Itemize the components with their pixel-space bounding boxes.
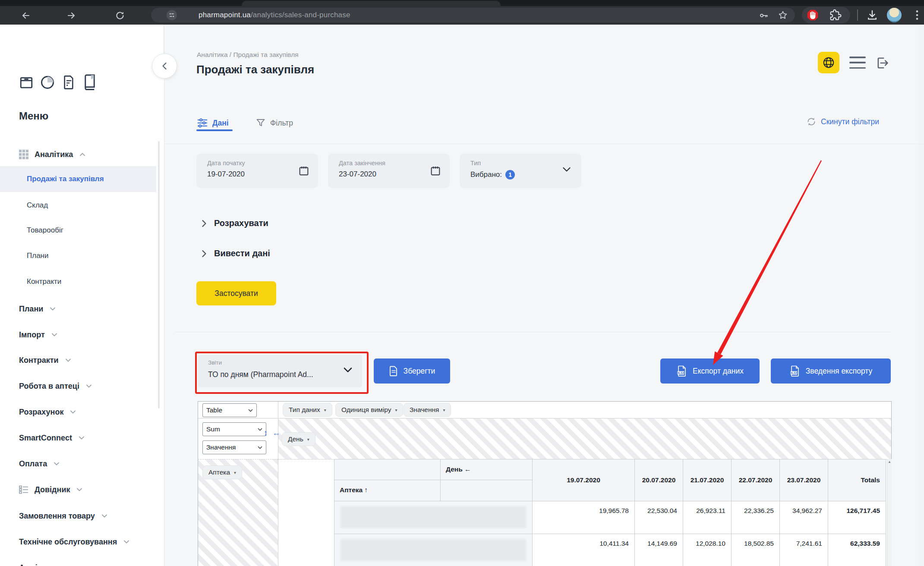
aggregator-select[interactable]: Sum [202, 422, 266, 436]
attribute-pill-day[interactable]: День▾ [282, 432, 315, 446]
calendar-icon[interactable] [429, 165, 442, 177]
sidebar-scrollbar[interactable] [158, 141, 160, 409]
language-globe-button[interactable] [818, 52, 839, 73]
downloads-icon[interactable] [866, 9, 879, 22]
browser-active-tab[interactable] [242, 1, 501, 6]
column-header[interactable]: 20.07.2020 [635, 459, 683, 501]
sidebar-item-smartconnect[interactable]: SmartConnect [19, 431, 84, 444]
column-axis-header[interactable]: День ← [441, 459, 533, 480]
sidebar-item-contracts-sub[interactable]: Контракти [27, 275, 61, 288]
main-menu-icon[interactable] [849, 57, 866, 69]
xlsx-file-icon: XLSX [676, 365, 687, 377]
reset-filters-button[interactable]: Скинути фільтри [806, 116, 879, 127]
column-header-label: 20.07.2020 [642, 476, 676, 484]
attribute-pill-value[interactable]: Значення▾ [404, 403, 451, 417]
profile-avatar[interactable] [887, 8, 902, 22]
browser-menu-icon[interactable] [911, 9, 923, 22]
sidebar-item-pharmacy-work[interactable]: Робота в аптеці [19, 380, 91, 393]
aggregator-select-value: Sum [206, 425, 220, 433]
renderer-select[interactable]: Table [202, 403, 257, 417]
calendar-icon[interactable] [298, 165, 310, 177]
column-header[interactable]: 19.07.2020 [533, 459, 635, 501]
password-key-icon[interactable] [759, 10, 769, 21]
sidebar-item-plans-sub[interactable]: Плани [27, 249, 48, 262]
sidebar-item-goods-order[interactable]: Замовлення товару [19, 509, 107, 522]
adblock-extension-icon[interactable] [807, 9, 819, 21]
pill-label: Тип даних [289, 406, 320, 414]
date-end-field[interactable]: Дата закінчення 23-07-2020 [328, 154, 450, 188]
accordion-output-data[interactable]: Вивести дані [202, 248, 270, 258]
browser-tab-strip [0, 0, 924, 6]
list-icon [19, 485, 28, 494]
sidebar-item-admin[interactable]: Адмін [19, 561, 54, 566]
archive-box-icon[interactable] [19, 75, 34, 90]
sidebar-item-sales-and-purchase[interactable]: Продажі та закупівля [0, 166, 156, 192]
address-bar[interactable]: pharmapoint.ua/analytics/sales-and-purch… [151, 8, 795, 22]
sidebar-item-contracts[interactable]: Контракти [19, 354, 71, 367]
scroll-up-icon[interactable]: ▲ [887, 460, 892, 464]
attribute-pill-pharmacy[interactable]: Аптека▾ [202, 465, 242, 479]
date-start-field[interactable]: Дата початку 19-07-2020 [196, 154, 318, 188]
reports-select[interactable]: Звіти ТО по дням (Pharmapoint Ad... [198, 355, 362, 387]
export-data-button[interactable]: XLSX Експорт даних [660, 358, 760, 384]
accordion-calculate[interactable]: Розрахувати [202, 218, 268, 228]
vertical-order-arrow-icon[interactable]: ↕ [264, 428, 268, 438]
save-button[interactable]: Зберегти [374, 358, 450, 384]
column-header-label: 22.07.2020 [739, 476, 773, 484]
attribute-pill-unit[interactable]: Одиниця виміру▾ [335, 403, 403, 417]
column-axis-label: День ← [446, 465, 471, 473]
sidebar-item-directory[interactable]: Довідник [19, 483, 82, 496]
column-header-label: 21.07.2020 [691, 476, 724, 484]
bookmark-star-icon[interactable] [778, 10, 788, 20]
extension-puzzle-icon[interactable] [829, 9, 842, 21]
sidebar-item-label: Розрахунок [19, 408, 63, 417]
document-icon [389, 366, 398, 376]
breadcrumb[interactable]: Аналітика / Продажі та закупівля [197, 51, 299, 59]
type-label: Тип [470, 160, 481, 167]
pivot-corner-cell [334, 459, 441, 480]
sidebar-item-calculation[interactable]: Розрахунок [19, 406, 76, 418]
pie-chart-icon[interactable] [40, 75, 55, 90]
value-cell: 19,965.78 [533, 501, 635, 534]
column-header[interactable]: 21.07.2020 [683, 459, 732, 501]
aggregator-value-select[interactable]: Значення [202, 440, 266, 454]
logout-icon[interactable] [874, 55, 889, 71]
value-cell: 22,530.04 [635, 501, 683, 534]
sidebar-item-import[interactable]: Імпорт [19, 328, 57, 341]
book-icon[interactable] [82, 74, 98, 90]
sidebar-sub-label: Плани [27, 252, 48, 260]
sidebar-item-payment[interactable]: Оплата [19, 457, 59, 470]
row-axis-header[interactable]: Аптека ↑ [334, 480, 441, 501]
page-scrollbar[interactable] [918, 25, 924, 566]
sidebar-item-turnover[interactable]: Товарообіг [27, 224, 63, 237]
sidebar-item-analytics[interactable]: Аналітика [19, 148, 85, 161]
column-header[interactable]: 22.07.2020 [732, 459, 780, 501]
document-report-icon[interactable] [62, 75, 76, 90]
chevron-down-icon [86, 384, 91, 388]
attribute-pill-data-type[interactable]: Тип даних▾ [283, 403, 332, 417]
totals-header[interactable]: Totals [828, 459, 886, 501]
export-summary-button[interactable]: XLSX Зведення експорту [771, 358, 891, 384]
sidebar-collapse-button[interactable] [152, 53, 177, 79]
url-text[interactable]: pharmapoint.ua/analytics/sales-and-purch… [199, 11, 350, 19]
sidebar-sub-label: Контракти [27, 277, 61, 286]
sidebar-item-plans[interactable]: Плани [19, 302, 55, 315]
sidebar-item-warehouse[interactable]: Склад [27, 199, 48, 212]
site-settings-icon[interactable] [166, 9, 177, 21]
chevron-down-icon [52, 333, 57, 336]
sidebar-item-maintenance[interactable]: Технічне обслуговування [19, 535, 129, 548]
browser-forward-button[interactable] [63, 9, 79, 22]
type-select-field[interactable]: Тип Вибрано:1 [460, 154, 581, 188]
section-divider [175, 332, 891, 332]
table-scrollbar[interactable]: ▲ [887, 459, 892, 566]
tab-filter[interactable]: Фільтр [255, 113, 293, 133]
pill-label: Значення [410, 406, 439, 414]
sidebar-item-label: Контракти [19, 356, 59, 365]
browser-reload-button[interactable] [112, 9, 128, 22]
column-header[interactable]: 23.07.2020 [780, 459, 828, 501]
select-caret-icon [258, 446, 262, 449]
apply-button[interactable]: Застосувати [196, 281, 276, 305]
browser-back-button[interactable] [18, 9, 34, 22]
selected-count-badge: 1 [505, 170, 515, 179]
svg-text:XLSX: XLSX [677, 371, 684, 374]
